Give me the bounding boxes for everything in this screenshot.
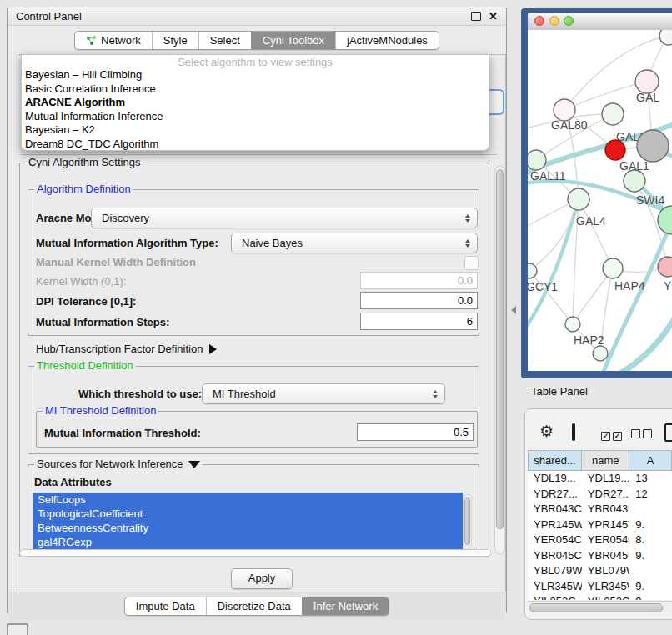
table-cell: YBR043C — [528, 502, 582, 518]
bottom-tab-bar: Impute DataDiscretize DataInfer Network — [8, 597, 506, 616]
data-attributes-list[interactable]: SelfLoopsTopologicalCoefficientBetweenne… — [33, 492, 463, 550]
gear-icon[interactable]: ⚙ — [539, 423, 554, 439]
mi-threshold-label: Mutual Information Threshold: — [44, 427, 201, 440]
attribute-list-scrollbar-thumb[interactable] — [464, 497, 470, 545]
columns-icon[interactable] — [572, 423, 575, 441]
sources-title-text: Sources for Network Inference — [37, 458, 183, 470]
algorithm-option[interactable]: Bayesian – K2 — [22, 123, 489, 138]
algorithm-option[interactable]: Basic Correlation Inference — [22, 82, 489, 97]
network-canvas[interactable]: GALGAL80GAL10GAL11GAL1SWI4GAL4GCY1HAP4YH… — [528, 30, 672, 371]
table-cell: YDL19... — [528, 471, 582, 487]
float-panel-icon[interactable] — [471, 12, 481, 21]
column-header[interactable]: name — [582, 450, 629, 471]
data-attributes-label: Data Attributes — [34, 476, 112, 489]
settings-scrollbar[interactable] — [494, 166, 505, 554]
network-node[interactable] — [605, 140, 625, 160]
table-cell: 13 — [629, 471, 672, 487]
settings-horizontal-scrollbar[interactable] — [19, 549, 491, 557]
manual-kernel-checkbox[interactable] — [464, 256, 479, 270]
settings-scrollbar-thumb[interactable] — [496, 169, 504, 529]
apply-button[interactable]: Apply — [231, 568, 293, 589]
kernel-width-field[interactable] — [360, 272, 478, 289]
column-header[interactable]: shared... — [528, 450, 582, 471]
sources-group-title[interactable]: Sources for Network Inference — [34, 458, 203, 471]
dpi-tolerance-field[interactable] — [360, 292, 478, 309]
network-node-gal10[interactable] — [602, 103, 624, 125]
mi-algorithm-type-combo[interactable]: Naive Bayes — [231, 232, 478, 253]
mi-threshold-group-title: MI Threshold Definition — [43, 404, 158, 418]
attribute-item[interactable]: gal4RGexp — [33, 535, 463, 549]
network-node-gal[interactable] — [635, 70, 659, 93]
deselect-all-checks-icon[interactable] — [631, 427, 654, 442]
table-row[interactable]: YPR145WYPR145W9. — [528, 518, 672, 533]
table-cell: YBL079W — [582, 563, 629, 579]
network-window-titlebar[interactable] — [528, 12, 672, 31]
network-node[interactable] — [659, 30, 672, 45]
tab-cyni-toolbox[interactable]: Cyni Toolbox — [251, 32, 335, 49]
aracne-mode-combo[interactable]: Discovery — [91, 208, 478, 228]
node-label: GAL11 — [530, 169, 566, 182]
table-cell: YDR27... — [582, 487, 629, 502]
tab-style[interactable]: Style — [152, 32, 198, 49]
algorithm-option[interactable]: Dream8 DC_TDC Algorithm — [22, 138, 489, 152]
table-cell: 8. — [629, 532, 672, 548]
network-node-hap2[interactable] — [565, 317, 580, 332]
network-node-gal11[interactable] — [528, 150, 546, 170]
hub-definition-toggle[interactable]: Hub/Transcription Factor Definition — [36, 342, 217, 356]
table-row[interactable]: YDR27...YDR27...12 — [528, 487, 672, 502]
zoom-traffic-light[interactable] — [564, 16, 574, 26]
network-node[interactable] — [637, 130, 669, 162]
network-node-y[interactable] — [658, 257, 672, 277]
table-cell: YPR145W — [582, 518, 629, 533]
combo-arrows-icon — [465, 239, 470, 248]
tab-jactivemnodules[interactable]: jActiveMNodules — [335, 32, 439, 49]
network-node-gcy1[interactable] — [528, 263, 537, 278]
table-row[interactable]: YLR345WYLR345W9. — [528, 579, 672, 595]
divider-collapse-icon[interactable] — [511, 306, 516, 314]
table-hscroll-thumb[interactable] — [529, 603, 663, 612]
node-label: HAP2 — [574, 333, 604, 347]
network-view-window[interactable]: GALGAL80GAL10GAL11GAL1SWI4GAL4GCY1HAP4YH… — [521, 8, 672, 378]
minimized-panel-icon[interactable] — [7, 623, 28, 635]
bottom-tab-impute-data[interactable]: Impute Data — [125, 598, 206, 615]
close-icon[interactable]: ✕ — [489, 11, 498, 22]
algorithm-option[interactable]: Bayesian – Hill Climbing — [22, 68, 489, 82]
algorithm-option[interactable]: Mutual Information Inference — [22, 110, 489, 124]
network-node-gal4[interactable] — [568, 188, 589, 210]
select-all-checks-icon[interactable]: ✓✓ — [601, 427, 624, 442]
mi-steps-field[interactable] — [360, 312, 478, 330]
attribute-item[interactable]: SelfLoops — [33, 492, 463, 507]
algorithm-option[interactable]: ARACNE Algorithm — [22, 96, 489, 110]
top-tab-bar: NetworkStyleSelectCyni ToolboxjActiveMNo… — [8, 31, 506, 50]
mi-steps-label: Mutual Information Steps: — [36, 316, 169, 329]
tab-network[interactable]: Network — [75, 32, 152, 49]
close-traffic-light[interactable] — [534, 16, 544, 26]
column-header[interactable]: A — [629, 450, 672, 471]
node-label: Y — [664, 279, 672, 292]
network-node-gal1[interactable] — [624, 170, 645, 192]
mi-type-label: Mutual Information Algorithm Type: — [36, 237, 218, 250]
table-horizontal-scrollbar[interactable] — [528, 601, 672, 612]
attribute-item[interactable]: BetweennessCentrality — [33, 521, 463, 535]
network-node[interactable] — [593, 346, 608, 361]
bottom-tab-infer-network[interactable]: Infer Network — [302, 598, 389, 615]
minimize-traffic-light[interactable] — [549, 16, 559, 26]
table-row[interactable]: YDL19...YDL19...13 — [528, 471, 672, 487]
attribute-item[interactable]: TopologicalCoefficient — [33, 507, 463, 521]
network-node-hap4[interactable] — [603, 258, 623, 278]
attribute-list-scrollbar[interactable] — [463, 494, 472, 548]
table-cell: YIL052C — [528, 594, 582, 600]
settings-group-title: Cyni Algorithm Settings — [26, 156, 143, 169]
table-row[interactable]: YBR045CYBR045C9. — [528, 548, 672, 564]
aracne-mode-value: Discovery — [102, 212, 149, 224]
mi-threshold-field[interactable] — [357, 423, 474, 441]
table-row[interactable]: YBR043CYBR043C — [528, 502, 672, 518]
table-row[interactable]: YIL052CYIL052C9. — [528, 594, 672, 600]
table-row[interactable]: YER054CYER054C8. — [528, 532, 672, 548]
which-threshold-combo[interactable]: MI Threshold — [202, 383, 445, 404]
tab-select[interactable]: Select — [198, 32, 251, 49]
control-panel-window: Control Panel ✕ NetworkStyleSelectCyni T… — [7, 7, 507, 614]
table-row[interactable]: YBL079WYBL079W — [528, 563, 672, 579]
document-icon[interactable] — [664, 423, 672, 442]
bottom-tab-discretize-data[interactable]: Discretize Data — [206, 598, 302, 615]
